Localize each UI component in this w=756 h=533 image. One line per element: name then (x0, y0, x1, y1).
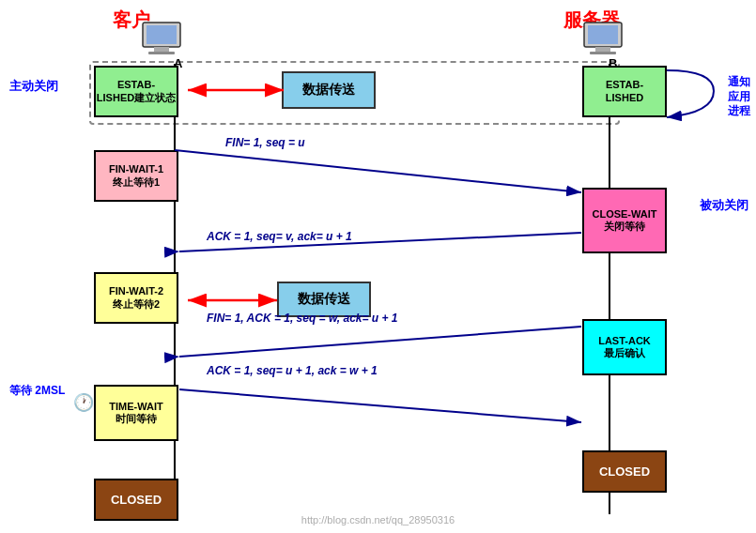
data-transfer-top-box: 数据传送 (282, 71, 376, 109)
label-passive-close: 被动关闭 (700, 197, 748, 214)
diagram-container: 客户 服务器 A B ESTAB- LISHED建立状态 FIN-WAIT-1 … (0, 0, 756, 533)
svg-rect-5 (588, 25, 618, 44)
svg-rect-2 (154, 47, 169, 52)
state-established-server: ESTAB- LISHED (582, 66, 667, 117)
state-last-ack: LAST-ACK 最后确认 (582, 319, 667, 375)
arrow-label-fin2: FIN= 1, ACK = 1, seq = w, ack= u + 1 (207, 312, 398, 325)
label-notify-app: 通知应用进程 (728, 75, 750, 119)
svg-rect-3 (148, 52, 175, 54)
svg-rect-1 (147, 25, 177, 44)
state-fin-wait-1: FIN-WAIT-1 终止等待1 (94, 150, 178, 202)
label-active-close: 主动关闭 (9, 78, 58, 95)
state-close-wait: CLOSE-WAIT 关闭等待 (582, 188, 667, 253)
svg-rect-7 (590, 52, 616, 54)
arrow-label-fin1: FIN= 1, seq = u (225, 136, 305, 149)
state-established-client: ESTAB- LISHED建立状态 (94, 66, 178, 117)
timeline-server (609, 64, 610, 514)
arrow-label-ack1: ACK = 1, seq= v, ack= u + 1 (207, 230, 352, 243)
computer-client-icon (139, 21, 184, 58)
state-time-wait: TIME-WAIT 时间等待 (94, 385, 178, 441)
svg-rect-6 (595, 47, 610, 52)
state-closed-client: CLOSED (94, 479, 178, 521)
clock-icon: 🕐 (73, 392, 94, 413)
svg-line-17 (179, 389, 581, 422)
state-closed-server: CLOSED (582, 450, 667, 493)
arrow-label-ack2: ACK = 1, seq= u + 1, ack = w + 1 (207, 364, 378, 377)
svg-line-14 (175, 150, 581, 192)
watermark: http://blog.csdn.net/qq_28950316 (301, 514, 455, 525)
svg-line-16 (179, 327, 581, 357)
label-wait-2msl: 等待 2MSL (9, 383, 65, 399)
computer-server-icon (580, 21, 625, 58)
state-fin-wait-2: FIN-WAIT-2 终止等待2 (94, 272, 178, 324)
